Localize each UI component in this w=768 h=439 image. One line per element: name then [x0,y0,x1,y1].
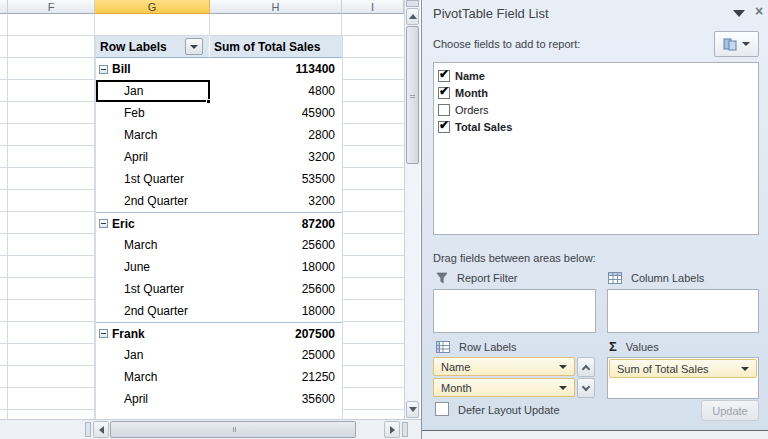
field-item-month[interactable]: ✔Month [438,84,754,101]
pivot-row-bill[interactable]: Bill113400 [96,58,342,80]
pivot-label-cell[interactable]: 2nd Quarter [96,300,210,322]
field-label: Orders [455,104,489,116]
pivot-label-cell[interactable]: June [96,256,210,278]
pivot-value-cell[interactable]: 18000 [210,260,342,274]
pivot-value-cell[interactable]: 53500 [210,172,342,186]
row-labels-header-cell[interactable]: Row Labels [96,36,210,57]
pivot-label-cell[interactable]: 1st Quarter [96,278,210,300]
collapse-minus-icon[interactable] [99,219,108,228]
active-cell[interactable]: Jan [96,80,210,102]
field-item-name[interactable]: ✔Name [438,67,754,84]
field-checkbox[interactable]: ✔ [438,87,450,99]
column-header-i[interactable]: I [342,0,404,14]
tab-split-handle[interactable] [85,422,91,437]
pill-label: Month [441,382,472,394]
pivot-label-cell[interactable]: Bill [96,58,210,80]
field-pill-name[interactable]: Name [433,357,575,376]
pivot-label-cell[interactable]: Feb [96,102,210,124]
pivot-value-cell[interactable]: 25000 [210,348,342,362]
collapse-minus-icon[interactable] [99,329,108,338]
row-labels-filter-button[interactable] [185,38,203,55]
pivot-row-frank[interactable]: Frank207500 [96,322,342,344]
pivot-row-march[interactable]: March21250 [96,366,342,388]
fill-handle[interactable] [206,99,211,104]
report-filter-area[interactable] [433,289,596,333]
pivot-row-2nd-quarter[interactable]: 2nd Quarter3200 [96,190,342,212]
field-checkbox[interactable]: ✔ [438,70,450,82]
field-list-layout-button[interactable] [714,31,759,57]
dropdown-arrow-icon[interactable] [741,367,749,371]
row-labels-area[interactable]: NameMonth [433,357,575,399]
values-header-cell[interactable]: Sum of Total Sales [210,40,342,54]
pivot-label-cell[interactable]: 2nd Quarter [96,190,210,212]
pivot-value-cell[interactable]: 207500 [210,327,342,341]
pivot-label-cell[interactable]: Jan [96,344,210,366]
pivot-label-cell[interactable]: April [96,388,210,410]
pivot-row-label: March [124,128,157,142]
pivot-row-label: April [124,150,148,164]
pivot-row-1st-quarter[interactable]: 1st Quarter25600 [96,278,342,300]
pivot-value-cell[interactable]: 21250 [210,370,342,384]
values-area[interactable]: Sum of Total Sales [607,357,759,399]
pill-scroll-down-button[interactable] [577,378,595,398]
pivot-value-cell[interactable]: 25600 [210,238,342,252]
pivot-row-june[interactable]: June18000 [96,256,342,278]
pivot-label-cell[interactable]: March [96,234,210,256]
pivot-row-jan[interactable]: Jan4800 [96,80,342,102]
pivot-row-march[interactable]: March2800 [96,124,342,146]
pivot-value-cell[interactable]: 3200 [210,194,342,208]
column-header-g-selected[interactable]: G [95,0,210,14]
pivot-label-cell[interactable]: April [96,146,210,168]
pivot-row-feb[interactable]: Feb45900 [96,102,342,124]
pivot-value-cell[interactable]: 35600 [210,392,342,406]
pivot-value-cell[interactable]: 3200 [210,150,342,164]
pivot-label-cell[interactable]: Frank [96,323,210,344]
pivot-row-april[interactable]: April35600 [96,388,342,410]
field-checkbox[interactable]: ✔ [438,121,450,133]
pivot-row-label: April [124,392,148,406]
column-labels-area[interactable] [607,289,759,333]
pivot-value-cell[interactable]: 87200 [210,217,342,231]
field-item-total-sales[interactable]: ✔Total Sales [438,118,754,135]
scroll-up-button[interactable] [406,8,419,25]
defer-layout-checkbox[interactable] [435,402,449,416]
dropdown-arrow-icon[interactable] [559,365,567,369]
pivot-value-cell[interactable]: 18000 [210,304,342,318]
field-pill-sum-of-total-sales[interactable]: Sum of Total Sales [609,359,757,378]
column-header-sliver[interactable] [0,0,8,14]
dropdown-arrow-icon[interactable] [559,386,567,390]
pivot-value-cell[interactable]: 45900 [210,106,342,120]
pivot-label-cell[interactable]: March [96,366,210,388]
pivot-row-april[interactable]: April3200 [96,146,342,168]
scroll-left-button[interactable] [93,421,109,438]
pivot-value-cell[interactable]: 4800 [210,84,342,98]
pivot-value-cell[interactable]: 113400 [210,62,342,76]
close-icon[interactable]: × [755,3,763,19]
update-button[interactable]: Update [701,400,759,421]
horizontal-scroll-thumb[interactable] [110,421,356,438]
pivot-row-jan[interactable]: Jan25000 [96,344,342,366]
column-header-h[interactable]: H [210,0,342,14]
scroll-down-button[interactable] [406,401,419,418]
collapse-minus-icon[interactable] [99,65,108,74]
pivot-row-2nd-quarter[interactable]: 2nd Quarter18000 [96,300,342,322]
pivot-row-march[interactable]: March25600 [96,234,342,256]
horizontal-split-handle[interactable] [402,422,408,437]
field-checkbox[interactable] [438,104,450,116]
pivot-row-eric[interactable]: Eric87200 [96,212,342,234]
vertical-scroll-thumb[interactable] [406,26,419,164]
field-item-orders[interactable]: Orders [438,101,754,118]
pivot-row-1st-quarter[interactable]: 1st Quarter53500 [96,168,342,190]
pivot-value-cell[interactable]: 2800 [210,128,342,142]
pivot-label-cell[interactable]: March [96,124,210,146]
field-pill-month[interactable]: Month [433,378,575,397]
pill-scroll-up-button[interactable] [577,357,595,377]
vertical-split-handle[interactable] [406,0,419,7]
panel-menu-icon[interactable] [733,10,745,17]
scroll-right-button[interactable] [384,421,400,438]
pivot-label-cell[interactable]: 1st Quarter [96,168,210,190]
checkmark-icon: ✔ [439,118,449,132]
pivot-label-cell[interactable]: Eric [96,213,210,234]
pivot-value-cell[interactable]: 25600 [210,282,342,296]
column-header-f[interactable]: F [8,0,95,14]
